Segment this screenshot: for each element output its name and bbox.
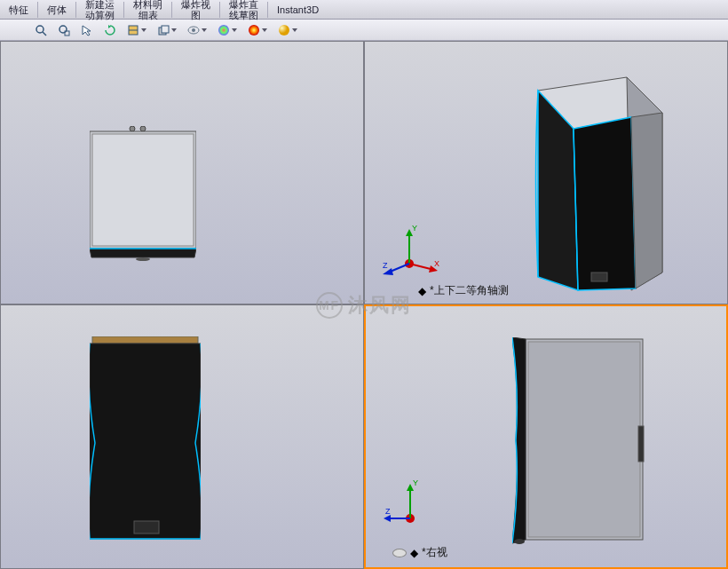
svg-rect-19 [591,273,607,281]
svg-point-9 [192,28,195,32]
scene-icon[interactable] [245,21,270,39]
svg-point-14 [140,126,146,131]
axis-z-label: Z [383,261,388,270]
axis-x-label: X [434,259,439,268]
axis-y-label: Y [413,478,418,487]
svg-point-30 [514,539,525,544]
svg-point-2 [59,26,67,33]
ribbon-item-explode[interactable]: 爆炸视 图 [176,0,216,22]
axis-y-label: Y [412,224,417,233]
ribbon-tabs: 特征 何体 新建运 动算例 材料明 细表 爆炸视 图 爆炸直 线草图 Insta… [0,0,728,20]
svg-point-0 [36,26,44,33]
view-toolbar [0,20,728,41]
svg-point-10 [218,25,229,36]
render-icon[interactable] [275,21,300,39]
viewport-top-right[interactable]: Y X Z ◆ *上下二等角轴测 [364,41,728,304]
svg-rect-16 [92,134,194,246]
model-back-view [90,336,201,545]
svg-point-13 [130,126,135,131]
ribbon-item-feature[interactable]: 特征 [4,3,34,17]
divider [171,2,172,18]
svg-rect-7 [162,26,169,33]
svg-rect-26 [134,521,159,533]
view-label-right: ◆ *右视 [392,545,447,560]
ribbon-item-explode-sketch[interactable]: 爆炸直 线草图 [224,0,264,22]
chevron-down-icon [262,28,267,32]
divider [267,2,268,18]
viewport-bottom-right[interactable]: Y Z ◆ *右视 [364,304,728,569]
svg-rect-29 [638,426,644,462]
view-label-iso: ◆ *上下二等角轴测 [418,283,509,298]
chevron-down-icon [202,28,207,32]
model-side-view [512,337,641,541]
section-view-icon[interactable] [124,21,149,39]
chevron-down-icon [171,28,177,32]
ribbon-item-motion[interactable]: 新建运 动算例 [80,0,120,22]
svg-line-1 [43,32,46,36]
svg-rect-28 [528,342,640,537]
orientation-triad[interactable]: Y X Z [383,224,436,277]
view-label-iso-text: *上下二等角轴测 [430,283,509,298]
viewport-container: Y X Z ◆ *上下二等角轴测 [0,41,728,569]
eye-icon [392,549,407,557]
ribbon-item-instant3d[interactable]: Instant3D [272,3,324,17]
divider [219,2,220,18]
svg-point-11 [249,25,259,36]
chevron-down-icon [232,28,237,32]
divider [75,2,76,18]
svg-point-18 [136,257,150,261]
rotate-icon[interactable] [101,21,119,39]
hide-show-icon[interactable] [185,21,210,39]
orientation-triad[interactable]: Y Z [384,478,437,532]
chevron-down-icon [292,28,297,32]
model-front-view [90,126,196,259]
ribbon-item-body[interactable]: 何体 [42,3,72,17]
divider [123,2,124,18]
display-style-icon[interactable] [154,21,179,39]
svg-rect-24 [92,336,198,344]
divider [37,2,38,18]
view-label-right-text: *右视 [422,545,447,560]
ribbon-item-bom[interactable]: 材料明 细表 [128,0,168,22]
viewport-top-left[interactable] [0,41,364,304]
select-icon[interactable] [78,21,96,39]
svg-point-12 [279,25,289,36]
model-iso-view [489,68,658,299]
zoom-area-icon[interactable] [55,21,73,39]
zoom-fit-icon[interactable] [32,21,50,39]
viewport-bottom-left[interactable] [0,304,364,569]
chevron-down-icon [141,28,146,32]
axis-z-label: Z [385,507,391,516]
appearance-icon[interactable] [215,21,240,39]
